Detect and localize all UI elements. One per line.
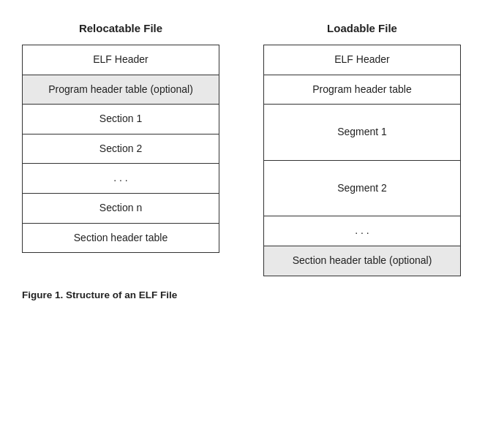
loadable-structure: ELF HeaderProgram header tableSegment 1S… — [263, 45, 461, 276]
right-cell-4: . . . — [264, 216, 460, 246]
right-cell-1: Program header table — [264, 75, 460, 105]
left-cell-4: . . . — [23, 164, 219, 194]
relocatable-diagram: Relocatable File ELF HeaderProgram heade… — [22, 22, 219, 253]
left-cell-2: Section 1 — [23, 105, 219, 134]
loadable-title: Loadable File — [327, 22, 397, 34]
relocatable-title: Relocatable File — [79, 22, 162, 34]
right-cell-3: Segment 2 — [264, 161, 460, 217]
left-cell-6: Section header table — [23, 224, 219, 253]
diagrams-container: Relocatable File ELF HeaderProgram heade… — [22, 22, 482, 276]
left-cell-5: Section n — [23, 194, 219, 224]
left-cell-1: Program header table (optional) — [23, 75, 219, 105]
right-cell-2: Segment 1 — [264, 105, 460, 161]
relocatable-structure: ELF HeaderProgram header table (optional… — [22, 45, 219, 253]
figure-caption: Figure 1. Structure of an ELF File — [22, 289, 482, 300]
left-cell-0: ELF Header — [23, 45, 219, 75]
left-cell-3: Section 2 — [23, 134, 219, 164]
loadable-diagram: Loadable File ELF HeaderProgram header t… — [263, 22, 461, 276]
right-cell-0: ELF Header — [264, 45, 460, 75]
right-cell-5: Section header table (optional) — [264, 246, 460, 276]
